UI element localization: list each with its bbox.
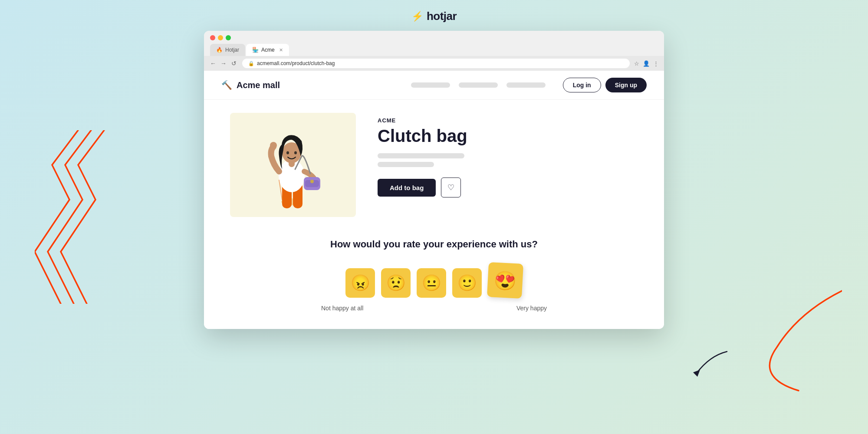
nav-link-placeholder-1 <box>411 82 450 88</box>
emoji-neutral[interactable]: 😐 <box>417 268 446 298</box>
tab-hotjar[interactable]: 🔥 Hotjar <box>210 44 245 56</box>
tab-hotjar-label: Hotjar <box>225 47 239 53</box>
svg-point-8 <box>270 142 277 149</box>
hotjar-header: ⚡ hotjar <box>411 0 457 31</box>
address-bar[interactable]: 🔒 acmemall.com/product/clutch-bag <box>242 59 630 68</box>
site-content: 🔨 Acme mall Log in Sign up <box>204 71 664 329</box>
site-logo-icon: 🔨 <box>221 80 232 90</box>
nav-link-placeholder-2 <box>459 82 498 88</box>
product-image <box>230 113 356 217</box>
product-meta-price <box>378 162 434 167</box>
product-illustration <box>250 117 336 213</box>
add-to-bag-button[interactable]: Add to bag <box>378 179 436 197</box>
nav-link-placeholder-3 <box>506 82 546 88</box>
emoji-rating-row: 😠 😟 😐 🙂 😍 <box>221 263 647 298</box>
hotjar-brand-name: hotjar <box>427 10 457 23</box>
address-text: acmemall.com/product/clutch-bag <box>257 60 335 66</box>
maximize-window-button[interactable] <box>226 35 231 40</box>
browser-chrome: 🔥 Hotjar 🏪 Acme ✕ <box>204 31 664 56</box>
wishlist-button[interactable]: ♡ <box>441 178 461 197</box>
hotjar-icon: ⚡ <box>411 12 423 21</box>
label-not-happy: Not happy at all <box>321 305 363 312</box>
product-brand: ACME <box>378 117 638 124</box>
profile-icon[interactable]: 👤 <box>643 60 650 67</box>
forward-button[interactable]: → <box>220 60 227 67</box>
minimize-window-button[interactable] <box>218 35 223 40</box>
close-window-button[interactable] <box>210 35 215 40</box>
heart-icon: ♡ <box>447 183 454 192</box>
browser-tabs: 🔥 Hotjar 🏪 Acme ✕ <box>210 44 658 56</box>
tab-acme-label: Acme <box>261 47 275 53</box>
login-button[interactable]: Log in <box>563 78 601 92</box>
emoji-angry[interactable]: 😠 <box>345 268 375 298</box>
product-actions: Add to bag ♡ <box>378 178 638 197</box>
site-logo: 🔨 Acme mall <box>221 80 280 90</box>
site-navbar: 🔨 Acme mall Log in Sign up <box>204 71 664 100</box>
emoji-very-happy[interactable]: 😍 <box>487 262 523 299</box>
product-title: Clutch bag <box>378 126 638 145</box>
back-button[interactable]: ← <box>209 60 217 67</box>
arrow-annotation <box>688 347 740 382</box>
product-meta-rating <box>378 153 464 158</box>
window-controls <box>210 35 658 44</box>
decorative-lines-right <box>712 269 842 399</box>
tab-close-icon[interactable]: ✕ <box>279 47 283 53</box>
emoji-happy[interactable]: 🙂 <box>452 268 482 298</box>
product-details: ACME Clutch bag Add to bag ♡ <box>378 113 638 197</box>
survey-question: How would you rate your experience with … <box>221 239 647 250</box>
tab-acme[interactable]: 🏪 Acme ✕ <box>246 44 289 56</box>
survey-section: How would you rate your experience with … <box>204 230 664 329</box>
lock-icon: 🔒 <box>248 61 254 66</box>
svg-point-11 <box>310 180 314 183</box>
svg-marker-12 <box>693 370 700 377</box>
hotjar-logo: ⚡ hotjar <box>411 10 457 23</box>
emoji-labels: Not happy at all Very happy <box>312 305 556 312</box>
tab-acme-favicon: 🏪 <box>252 47 259 53</box>
bookmark-icon[interactable]: ☆ <box>634 60 639 67</box>
svg-point-7 <box>294 151 297 155</box>
browser-window: 🔥 Hotjar 🏪 Acme ✕ ← → ↺ 🔒 acmemall.com/p… <box>204 31 664 329</box>
more-options-icon[interactable]: ⋮ <box>653 60 659 67</box>
site-nav-buttons: Log in Sign up <box>563 78 647 92</box>
tab-hotjar-favicon: 🔥 <box>216 47 223 53</box>
browser-addressbar: ← → ↺ 🔒 acmemall.com/product/clutch-bag … <box>204 56 664 71</box>
label-very-happy: Very happy <box>516 305 547 312</box>
emoji-sad[interactable]: 😟 <box>381 268 411 298</box>
site-brand-name: Acme mall <box>237 80 280 90</box>
product-section: ACME Clutch bag Add to bag ♡ <box>204 100 664 230</box>
svg-point-6 <box>286 151 289 155</box>
address-bar-actions: ☆ 👤 ⋮ <box>634 60 659 67</box>
decorative-lines-left <box>35 130 122 304</box>
nav-buttons: ← → ↺ <box>209 60 238 67</box>
signup-button[interactable]: Sign up <box>605 78 647 92</box>
refresh-button[interactable]: ↺ <box>230 60 238 67</box>
